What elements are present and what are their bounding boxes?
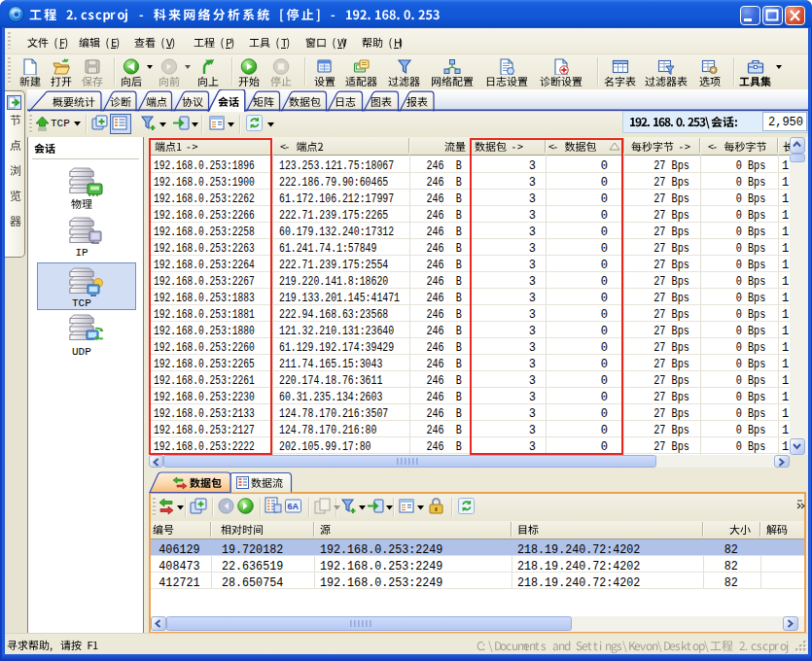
svg-text:6A: 6A (288, 502, 300, 511)
